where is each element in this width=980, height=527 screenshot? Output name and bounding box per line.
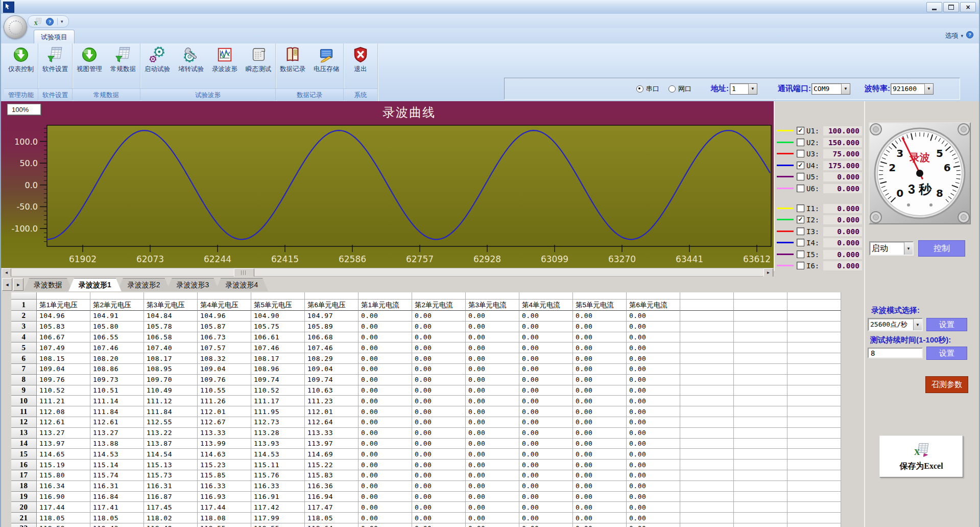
grid-cell[interactable] <box>734 481 787 492</box>
grid-cell[interactable]: 116.93 <box>198 492 251 502</box>
grid-cell[interactable]: 0.00 <box>627 513 680 523</box>
grid-cell[interactable]: 0.00 <box>627 375 680 385</box>
grid-cell[interactable]: 0.00 <box>627 417 680 428</box>
grid-row-number[interactable]: 8 <box>11 375 37 385</box>
grid-cell[interactable] <box>680 502 734 513</box>
grid-cell[interactable]: 118.55 <box>198 523 251 527</box>
grid-cell[interactable] <box>734 417 787 428</box>
grid-cell[interactable]: 117.99 <box>251 513 305 523</box>
grid-cell[interactable]: 0.00 <box>627 502 680 513</box>
grid-cell[interactable] <box>144 292 198 300</box>
grid-cell[interactable]: 0.00 <box>358 406 412 417</box>
grid-cell[interactable]: 113.97 <box>37 439 90 449</box>
grid-cell[interactable]: 115.14 <box>90 460 144 470</box>
grid-cell[interactable]: 0.00 <box>519 385 573 396</box>
grid-cell[interactable]: 0.00 <box>466 322 519 332</box>
grid-cell[interactable]: 0.00 <box>627 364 680 375</box>
grid-row-number[interactable]: 13 <box>11 428 37 439</box>
grid-cell[interactable]: 109.74 <box>305 375 358 385</box>
grid-cell[interactable]: 108.32 <box>198 353 251 364</box>
grid-cell[interactable]: 116.36 <box>305 481 358 492</box>
grid-cell[interactable]: 113.22 <box>144 428 198 439</box>
sheet-tab-录波数据[interactable]: 录波数据 <box>23 278 73 291</box>
fetch-params-button[interactable]: 召测参数 <box>925 376 968 393</box>
grid-cell[interactable]: 0.00 <box>466 460 519 470</box>
grid-cell[interactable]: 0.00 <box>412 523 466 527</box>
grid-cell[interactable]: 0.00 <box>466 502 519 513</box>
grid-cell[interactable] <box>787 300 841 311</box>
grid-cell[interactable]: 0.00 <box>466 396 519 406</box>
grid-cell[interactable]: 0.00 <box>519 470 573 481</box>
channel-checkbox[interactable]: ✓ <box>797 162 804 169</box>
grid-row-number[interactable]: 21 <box>11 513 37 523</box>
grid-cell[interactable]: 114.54 <box>144 449 198 460</box>
grid-cell[interactable] <box>680 470 734 481</box>
grid-cell[interactable]: 116.33 <box>251 481 305 492</box>
grid-cell[interactable]: 105.80 <box>90 322 144 332</box>
grid-cell[interactable]: 0.00 <box>412 439 466 449</box>
grid-cell[interactable] <box>734 523 787 527</box>
grid-cell[interactable]: 0.00 <box>573 481 627 492</box>
grid-cell[interactable]: 105.83 <box>37 322 90 332</box>
control-button[interactable]: 控制 <box>918 240 965 257</box>
ribbon-button-堵转试验[interactable]: 堵转试验 <box>174 46 208 74</box>
grid-cell[interactable] <box>787 502 841 513</box>
grid-row-number[interactable]: 22 <box>11 523 37 527</box>
serial-radio-dot[interactable] <box>636 85 643 93</box>
grid-cell[interactable]: 0.00 <box>519 353 573 364</box>
grid-cell[interactable]: 0.00 <box>466 364 519 375</box>
grid-header-cell[interactable]: 第1单元电流 <box>358 300 412 311</box>
grid-cell[interactable] <box>734 492 787 502</box>
grid-cell[interactable]: 0.00 <box>412 322 466 332</box>
grid-cell[interactable]: 0.00 <box>412 449 466 460</box>
grid-cell[interactable]: 0.00 <box>358 523 412 527</box>
grid-cell[interactable]: 108.86 <box>90 364 144 375</box>
grid-cell[interactable]: 115.85 <box>198 470 251 481</box>
grid-cell[interactable]: 0.00 <box>466 481 519 492</box>
grid-row-number[interactable]: 20 <box>11 502 37 513</box>
grid-cell[interactable]: 0.00 <box>627 332 680 343</box>
grid-header-cell[interactable]: 第2单元电压 <box>90 300 144 311</box>
grid-cell[interactable] <box>680 523 734 527</box>
grid-cell[interactable] <box>519 292 573 300</box>
grid-cell[interactable]: 105.89 <box>305 322 358 332</box>
grid-cell[interactable] <box>787 460 841 470</box>
grid-cell[interactable]: 112.61 <box>37 417 90 428</box>
channel-checkbox[interactable] <box>797 173 804 180</box>
ribbon-button-启动试验[interactable]: 启动试验 <box>140 46 174 74</box>
grid-cell[interactable]: 109.73 <box>90 375 144 385</box>
grid-cell[interactable]: 0.00 <box>627 481 680 492</box>
chart-hscrollbar[interactable]: ◄ ► <box>1 268 774 277</box>
grid-cell[interactable]: 0.00 <box>519 417 573 428</box>
grid-cell[interactable]: 113.28 <box>251 428 305 439</box>
ribbon-button-瞬态测试[interactable]: 瞬态测试 <box>242 46 275 74</box>
grid-cell[interactable]: 0.00 <box>573 353 627 364</box>
grid-cell[interactable] <box>734 375 787 385</box>
grid-cell[interactable]: 110.52 <box>37 385 90 396</box>
grid-cell[interactable] <box>787 385 841 396</box>
channel-checkbox[interactable] <box>797 185 804 192</box>
grid-cell[interactable]: 110.55 <box>198 385 251 396</box>
grid-cell[interactable] <box>734 470 787 481</box>
grid-cell[interactable] <box>627 292 680 300</box>
grid-cell[interactable]: 114.65 <box>37 449 90 460</box>
grid-cell[interactable] <box>37 292 90 300</box>
grid-cell[interactable]: 0.00 <box>358 428 412 439</box>
application-menu-button[interactable] <box>4 15 27 39</box>
grid-cell[interactable] <box>787 375 841 385</box>
network-radio-dot[interactable] <box>668 85 676 93</box>
grid-cell[interactable]: 0.00 <box>627 470 680 481</box>
grid-cell[interactable]: 0.00 <box>519 523 573 527</box>
grid-cell[interactable]: 113.99 <box>198 439 251 449</box>
grid-cell[interactable]: 0.00 <box>627 353 680 364</box>
grid-cell[interactable]: 114.69 <box>305 449 358 460</box>
grid-cell[interactable]: 0.00 <box>519 481 573 492</box>
grid-cell[interactable]: 115.11 <box>251 460 305 470</box>
sheet-tab-录波波形4[interactable]: 录波波形4 <box>215 278 268 291</box>
chevron-down-icon[interactable]: ▼ <box>904 242 913 255</box>
grid-cell[interactable]: 0.00 <box>412 492 466 502</box>
grid-header-cell[interactable]: 第6单元电流 <box>627 300 680 311</box>
grid-cell[interactable] <box>734 513 787 523</box>
grid-cell[interactable]: 0.00 <box>627 439 680 449</box>
grid-cell[interactable]: 111.84 <box>90 406 144 417</box>
